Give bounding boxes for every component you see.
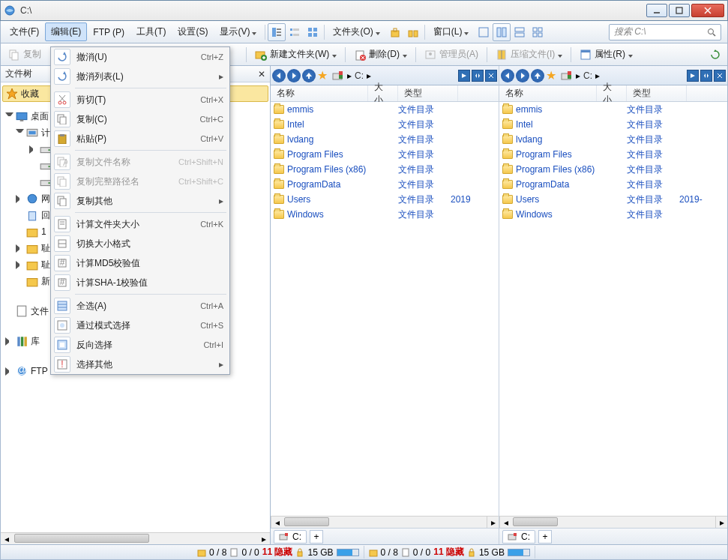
ctx-md5[interactable]: #计算MD5校验值 — [51, 253, 229, 273]
md5-icon: # — [54, 255, 70, 271]
file-row[interactable]: Intel文件目录 — [271, 117, 499, 132]
tree-close-icon[interactable]: ✕ — [258, 69, 265, 79]
file-row[interactable]: Intel文件目录 — [499, 117, 727, 132]
layout-horiz-button[interactable] — [511, 23, 529, 41]
ctx-undo-list[interactable]: 撤消列表(L)▸ — [51, 67, 229, 86]
nav-back-button[interactable] — [501, 69, 514, 82]
properties-button[interactable]: 属性(R) — [575, 46, 637, 62]
drive-tab[interactable]: C: — [274, 530, 307, 544]
svg-marker-73 — [292, 73, 296, 79]
ctx-undo[interactable]: 撤消(U)Ctrl+Z — [51, 47, 229, 67]
menu-settings[interactable]: 设置(S) — [172, 22, 214, 41]
svg-point-43 — [429, 52, 432, 55]
column-header[interactable]: 名称大小类型 — [499, 85, 727, 102]
folder-lock1-icon[interactable] — [386, 23, 404, 41]
svg-rect-33 — [12, 52, 18, 60]
nav-fwd-button[interactable] — [516, 69, 529, 82]
menu-folders[interactable]: 文件夹(O) — [327, 22, 385, 41]
ctx-sha1[interactable]: #计算SHA-1校验值 — [51, 273, 229, 292]
tree-hscroll[interactable]: ◂ ▸ — [1, 532, 270, 544]
new-tab-button[interactable]: + — [310, 530, 323, 544]
nav-up-button[interactable] — [302, 69, 316, 82]
file-row[interactable]: Program Files文件目录 — [499, 147, 727, 162]
nav-sync-button[interactable] — [472, 70, 484, 82]
nav-x-button[interactable] — [485, 70, 497, 82]
file-row[interactable]: lvdang文件目录 — [499, 132, 727, 147]
menu-view[interactable]: 显示(V) — [214, 22, 262, 41]
view-icons-button[interactable] — [304, 23, 322, 41]
menu-file[interactable]: 文件(F) — [4, 22, 45, 41]
layout-quad-button[interactable] — [529, 23, 547, 41]
file-row[interactable]: Windows文件目录 — [271, 207, 499, 222]
ctx-copy[interactable]: 复制(C)Ctrl+C — [51, 109, 229, 129]
menu-edit[interactable]: 编辑(E) — [45, 22, 87, 41]
nav-fwd-button[interactable] — [287, 69, 301, 82]
file-row[interactable]: Users文件目录2019- — [499, 192, 727, 207]
menu-ftp[interactable]: FTP (P) — [87, 24, 130, 40]
menu-tools[interactable]: 工具(T) — [130, 22, 172, 41]
horizontal-scrollbar[interactable]: ◂▸ — [271, 516, 499, 528]
ctx-paste[interactable]: 粘贴(P)Ctrl+V — [51, 129, 229, 148]
file-row[interactable]: ProgramData文件目录 — [499, 177, 727, 192]
column-header[interactable]: 名称大小类型 — [271, 85, 499, 102]
ctx-cut[interactable]: 剪切(T)Ctrl+X — [51, 90, 229, 109]
file-row[interactable]: Users文件目录2019 — [271, 192, 499, 207]
file-row[interactable]: Windows文件目录 — [499, 207, 727, 222]
menu-window[interactable]: 窗口(L) — [427, 22, 475, 41]
view-list-button[interactable] — [286, 23, 304, 41]
svg-text:!: ! — [61, 359, 63, 370]
file-row[interactable]: emmis文件目录 — [499, 102, 727, 117]
delete-button[interactable]: 删除(D) — [349, 46, 412, 62]
file-row[interactable]: lvdang文件目录 — [271, 132, 499, 147]
compress-icon — [496, 49, 508, 61]
breadcrumb[interactable]: ▸C:▸ — [558, 70, 685, 81]
folder-lock2-icon[interactable] — [404, 23, 422, 41]
ctx-copy-other[interactable]: 复制其他▸ — [51, 191, 229, 211]
view-details-button[interactable] — [268, 23, 286, 41]
file-row[interactable]: emmis文件目录 — [271, 102, 499, 117]
layout-dual-button[interactable] — [493, 23, 511, 41]
svg-point-107 — [63, 101, 66, 104]
svg-rect-118 — [60, 179, 66, 187]
horizontal-scrollbar[interactable]: ◂▸ — [499, 516, 727, 528]
fav-star-icon[interactable]: ★ — [317, 68, 328, 82]
nav-pin-button[interactable] — [458, 70, 470, 82]
minimize-button[interactable] — [646, 4, 667, 17]
ctx-invert[interactable]: 反向选择Ctrl+I — [51, 335, 229, 355]
search-input[interactable]: 搜索 C:\ — [609, 24, 721, 40]
file-list[interactable]: emmis文件目录Intel文件目录lvdang文件目录Program File… — [271, 102, 499, 516]
file-row[interactable]: Program Files (x86)文件目录 — [271, 162, 499, 177]
ctx-select-all[interactable]: 全选(A)Ctrl+A — [51, 296, 229, 316]
file-row[interactable]: ProgramData文件目录 — [271, 177, 499, 192]
nav-up-button[interactable] — [531, 69, 544, 82]
breadcrumb[interactable]: ▸C:▸ — [329, 70, 457, 81]
svg-rect-50 — [16, 112, 27, 119]
ctx-select-other[interactable]: !选择其他▸ — [51, 355, 229, 374]
drive-tab[interactable]: C: — [502, 530, 535, 544]
ctx-toggle-size[interactable]: 切换大小格式 — [51, 234, 229, 253]
file-row[interactable]: Program Files (x86)文件目录 — [499, 162, 727, 177]
svg-rect-101 — [370, 550, 377, 556]
layout-single-button[interactable] — [475, 23, 493, 41]
file-list[interactable]: emmis文件目录Intel文件目录lvdang文件目录Program File… — [499, 102, 727, 516]
nav-x-button[interactable] — [714, 70, 726, 82]
admin-button[interactable]: 管理员(A) — [420, 46, 483, 62]
ctx-select-pattern[interactable]: 通过模式选择Ctrl+S — [51, 316, 229, 335]
new-folder-button[interactable]: 新建文件夹(W) — [250, 46, 341, 62]
folder-icon — [274, 150, 284, 159]
file-row[interactable]: Program Files文件目录 — [271, 147, 499, 162]
folder-icon — [274, 165, 284, 174]
new-tab-button[interactable]: + — [538, 530, 552, 544]
folder-icon — [502, 210, 513, 219]
copy-button[interactable]: 复制 — [4, 46, 46, 62]
refresh-button[interactable] — [706, 46, 724, 64]
close-button[interactable] — [691, 4, 724, 17]
undo-icon — [54, 49, 70, 65]
nav-pin-button[interactable] — [687, 70, 699, 82]
nav-sync-button[interactable] — [700, 70, 712, 82]
ctx-calc-size[interactable]: 计算文件夹大小Ctrl+K — [51, 214, 229, 234]
maximize-button[interactable] — [669, 4, 690, 17]
fav-star-icon[interactable]: ★ — [546, 68, 556, 82]
compress-button[interactable]: 压缩文件(I) — [491, 46, 567, 62]
nav-back-button[interactable] — [272, 69, 286, 82]
